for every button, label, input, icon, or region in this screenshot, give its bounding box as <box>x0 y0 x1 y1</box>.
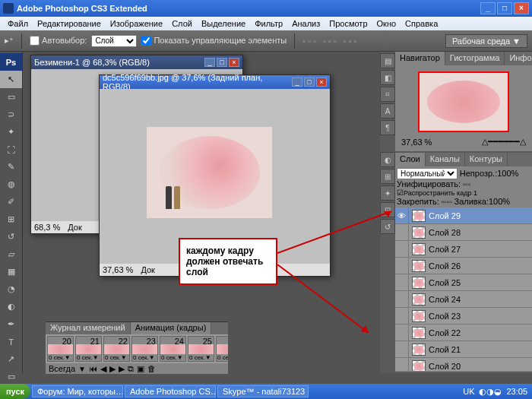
nav-tab[interactable]: Инфо <box>505 52 532 65</box>
layer-thumb[interactable] <box>412 344 426 356</box>
minimize-button[interactable]: _ <box>480 2 496 14</box>
dock-icon[interactable]: ✦ <box>380 185 395 201</box>
layer-row[interactable]: Слой 22 <box>395 325 532 341</box>
layers-tab[interactable]: Слои <box>395 153 426 166</box>
layer-thumb[interactable] <box>412 310 426 322</box>
anim-prev[interactable]: ◀ <box>100 364 106 374</box>
dock-icon[interactable]: ⊡ <box>380 202 395 217</box>
layer-row[interactable]: 👁Слой 29 <box>395 207 532 224</box>
visibility-icon[interactable] <box>395 291 409 307</box>
anim-play[interactable]: ▶ <box>109 364 116 374</box>
layer-thumb[interactable] <box>412 293 426 306</box>
animation-frame[interactable]: 210 сек.▼ <box>75 336 102 362</box>
stamp-tool[interactable]: ⊞ <box>0 211 22 228</box>
animation-frame[interactable]: 250 сек.▼ <box>188 336 214 362</box>
lasso-tool[interactable]: ⊃ <box>0 106 22 123</box>
blur-tool[interactable]: ◔ <box>0 280 22 298</box>
marquee-tool[interactable]: ▭ <box>0 88 22 106</box>
anim-tab[interactable]: Анимация (кадры) <box>131 322 212 334</box>
start-button[interactable]: пуск <box>0 384 30 399</box>
dock-icon[interactable]: ⊞ <box>380 169 395 184</box>
eyedropper-tool[interactable]: ✎ <box>0 158 22 176</box>
layer-list[interactable]: 👁Слой 29Слой 28Слой 27Слой 26Слой 25Слой… <box>395 207 532 371</box>
visibility-icon[interactable] <box>395 241 409 257</box>
layer-thumb[interactable] <box>412 226 426 239</box>
autoselect-checkbox[interactable]: Автовыбор: <box>30 36 87 46</box>
menu-Изображение[interactable]: Изображение <box>106 19 167 28</box>
dock-icon[interactable]: A <box>380 103 395 119</box>
anim-new[interactable]: ▣ <box>137 364 144 374</box>
dock-icon[interactable]: ↺ <box>380 219 395 234</box>
nav-slider[interactable]: △━━━━━━△ <box>482 137 526 147</box>
maximize-button[interactable]: □ <box>497 2 512 14</box>
visibility-icon[interactable] <box>395 358 409 371</box>
pen-tool[interactable]: ✒ <box>0 315 22 333</box>
dock-icon[interactable]: ◐ <box>380 152 395 167</box>
doc2-close[interactable]: × <box>316 78 327 87</box>
layers-tab[interactable]: Контуры <box>465 153 508 166</box>
layer-thumb[interactable] <box>412 210 426 222</box>
wand-tool[interactable]: ✦ <box>0 123 22 141</box>
visibility-icon[interactable] <box>395 341 409 357</box>
layer-row[interactable]: Слой 24 <box>395 291 532 308</box>
move-tool[interactable]: ↖ <box>0 71 22 88</box>
layer-thumb[interactable] <box>412 260 426 272</box>
layer-row[interactable]: Слой 26 <box>395 258 532 274</box>
visibility-icon[interactable]: 👁 <box>395 207 409 223</box>
align-icons[interactable]: ▫▫▫ ▫▫▫ ▫▫▫ <box>302 36 359 46</box>
layer-thumb[interactable] <box>412 277 426 289</box>
visibility-icon[interactable] <box>395 325 409 340</box>
taskbar-task[interactable]: Skype™ - natali73123 <box>217 385 309 397</box>
gradient-tool[interactable]: ▦ <box>0 263 22 280</box>
loop-dropdown[interactable]: Всегда <box>49 364 75 373</box>
menu-Выделение[interactable]: Выделение <box>197 19 250 28</box>
tool-ps[interactable]: Ps <box>0 53 22 71</box>
doc1-close[interactable]: × <box>229 58 239 67</box>
animation-frame[interactable]: 220 сек.▼ <box>103 336 130 362</box>
nav-tab[interactable]: Навигатор <box>395 52 445 65</box>
animation-frame[interactable]: 200 сек.▼ <box>47 336 74 362</box>
animation-frames[interactable]: 200 сек.▼210 сек.▼220 сек.▼230 сек.▼240 … <box>46 334 228 363</box>
menu-Редактирование[interactable]: Редактирование <box>33 19 106 28</box>
animation-frame[interactable]: 240 сек.▼ <box>160 336 186 362</box>
canvas-image[interactable] <box>147 127 272 218</box>
visibility-icon[interactable] <box>395 308 409 324</box>
menu-Слой[interactable]: Слой <box>167 19 197 28</box>
menu-Фильтр[interactable]: Фильтр <box>250 19 287 28</box>
anim-delete[interactable]: 🗑 <box>147 364 156 373</box>
anim-tab[interactable]: Журнал измерений <box>46 322 131 334</box>
shape-tool[interactable]: ▭ <box>0 368 22 385</box>
workspace-button[interactable]: Рабочая среда ▼ <box>445 34 527 48</box>
animation-frame[interactable]: 230 сек.▼ <box>131 336 158 362</box>
layer-thumb[interactable] <box>412 327 426 339</box>
brush-tool[interactable]: ✐ <box>0 193 22 211</box>
layer-row[interactable]: Слой 23 <box>395 308 532 325</box>
tray-icons[interactable]: ◐◑◒ <box>479 387 502 397</box>
eraser-tool[interactable]: ▱ <box>0 245 22 263</box>
visibility-icon[interactable] <box>395 274 409 290</box>
move-tool-icon[interactable]: ▸⁺ <box>5 36 14 46</box>
doc1-max[interactable]: □ <box>217 58 227 67</box>
history-brush-tool[interactable]: ↺ <box>0 228 22 245</box>
nav-tab[interactable]: Гистограмма <box>445 52 505 65</box>
doc2-max[interactable]: □ <box>304 78 315 87</box>
menu-Просмотр[interactable]: Просмотр <box>325 19 372 28</box>
show-controls-checkbox[interactable]: Показать управляющие элементы <box>141 36 287 46</box>
menu-Окно[interactable]: Окно <box>372 19 401 28</box>
dodge-tool[interactable]: ◐ <box>0 298 22 315</box>
dock-icon[interactable]: ⌗ <box>380 87 395 102</box>
layer-row[interactable]: Слой 28 <box>395 224 532 241</box>
layer-row[interactable]: Слой 25 <box>395 274 532 291</box>
animation-frame[interactable]: 260 сек.▼ <box>216 336 228 362</box>
visibility-icon[interactable] <box>395 224 409 240</box>
anim-tween[interactable]: ⧉ <box>128 364 134 374</box>
menu-Файл[interactable]: Файл <box>3 19 33 28</box>
doc1-min[interactable]: _ <box>204 58 215 67</box>
layers-tab[interactable]: Каналы <box>426 153 465 166</box>
anim-next[interactable]: ▶ <box>119 364 125 374</box>
anim-first[interactable]: ⏮ <box>89 364 97 373</box>
visibility-icon[interactable] <box>395 258 409 274</box>
close-button[interactable]: × <box>514 2 529 14</box>
autoselect-dropdown[interactable]: Слой <box>91 35 137 47</box>
layer-row[interactable]: Слой 21 <box>395 341 532 358</box>
